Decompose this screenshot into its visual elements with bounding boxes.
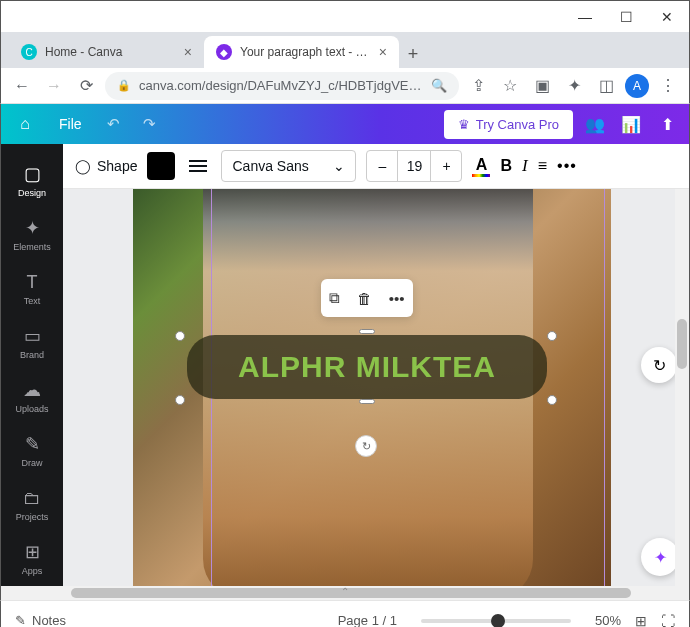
rail-elements[interactable]: ✦Elements bbox=[1, 208, 63, 262]
uploads-icon: ☁ bbox=[23, 380, 41, 400]
font-name: Canva Sans bbox=[232, 158, 308, 174]
border-style-button[interactable] bbox=[185, 153, 211, 179]
resize-handle[interactable] bbox=[547, 395, 557, 405]
text-element-selected[interactable]: ALPHR MILKTEA bbox=[187, 335, 547, 399]
rail-uploads[interactable]: ☁Uploads bbox=[1, 370, 63, 424]
notes-button[interactable]: ✎ Notes bbox=[15, 613, 66, 627]
publish-icon[interactable]: ⬆ bbox=[653, 115, 681, 134]
zoom-thumb[interactable] bbox=[491, 614, 505, 628]
page-indicator[interactable]: Page 1 / 1 bbox=[338, 613, 397, 627]
more-formatting-button[interactable]: ••• bbox=[557, 157, 577, 175]
close-window-button[interactable]: ✕ bbox=[661, 9, 673, 25]
more-icon[interactable]: ••• bbox=[389, 290, 405, 307]
align-button[interactable]: ≡ bbox=[538, 157, 547, 175]
zoom-value[interactable]: 50% bbox=[595, 613, 621, 627]
left-rail: ▢Design ✦Elements TText ▭Brand ☁Uploads … bbox=[1, 144, 63, 586]
close-tab-icon[interactable]: × bbox=[379, 44, 387, 60]
rail-projects[interactable]: 🗀Projects bbox=[1, 478, 63, 532]
rail-label: Text bbox=[24, 296, 41, 306]
shape-label: Shape bbox=[97, 158, 137, 174]
menu-icon[interactable]: ⋮ bbox=[655, 73, 681, 99]
reload-button[interactable]: ⟳ bbox=[73, 73, 99, 99]
size-increase-button[interactable]: + bbox=[431, 151, 461, 181]
magic-button[interactable]: ✦ bbox=[641, 538, 679, 576]
rail-label: Uploads bbox=[15, 404, 48, 414]
new-tab-button[interactable]: + bbox=[399, 40, 427, 68]
resize-handle[interactable] bbox=[359, 329, 375, 334]
profile-avatar[interactable]: A bbox=[625, 74, 649, 98]
bookmark-icon[interactable]: ☆ bbox=[497, 73, 523, 99]
install-icon[interactable]: ▣ bbox=[529, 73, 555, 99]
redo-button[interactable]: ↷ bbox=[136, 115, 164, 133]
canva-favicon-icon: ◆ bbox=[216, 44, 232, 60]
resize-handle[interactable] bbox=[547, 331, 557, 341]
back-button[interactable]: ← bbox=[9, 73, 35, 99]
rotate-handle[interactable]: ↻ bbox=[355, 435, 377, 457]
vertical-scrollbar[interactable] bbox=[675, 189, 689, 586]
horizontal-scrollbar[interactable]: ⌃ bbox=[0, 586, 690, 600]
forward-button[interactable]: → bbox=[41, 73, 67, 99]
rail-label: Projects bbox=[16, 512, 49, 522]
resize-handle[interactable] bbox=[175, 331, 185, 341]
footer-bar: ✎ Notes Page 1 / 1 50% ⊞ ⛶ bbox=[0, 600, 690, 627]
lock-icon: 🔒 bbox=[117, 79, 131, 92]
element-context-toolbar: ⧉ 🗑 ••• bbox=[321, 279, 413, 317]
rail-apps[interactable]: ⊞Apps bbox=[1, 532, 63, 586]
regenerate-button[interactable]: ↻ bbox=[641, 347, 677, 383]
fullscreen-icon[interactable]: ⛶ bbox=[661, 613, 675, 628]
collaborate-icon[interactable]: 👥 bbox=[581, 115, 609, 134]
rail-design[interactable]: ▢Design bbox=[1, 154, 63, 208]
home-icon[interactable]: ⌂ bbox=[9, 108, 41, 140]
zoom-slider[interactable] bbox=[421, 619, 571, 623]
shape-button[interactable]: ◯ Shape bbox=[75, 158, 137, 174]
duplicate-icon[interactable]: ⧉ bbox=[329, 289, 340, 307]
rail-label: Brand bbox=[20, 350, 44, 360]
text-content[interactable]: ALPHR MILKTEA bbox=[238, 350, 496, 384]
share-icon[interactable]: ⇪ bbox=[465, 73, 491, 99]
tab-title: Your paragraph text - Your S bbox=[240, 45, 371, 59]
crown-icon: ♛ bbox=[458, 117, 470, 132]
grid-view-icon[interactable]: ⊞ bbox=[635, 613, 647, 628]
fill-color-swatch[interactable] bbox=[147, 152, 175, 180]
tab-home[interactable]: C Home - Canva × bbox=[9, 36, 204, 68]
close-tab-icon[interactable]: × bbox=[184, 44, 192, 60]
color-bar-icon bbox=[472, 174, 490, 177]
bold-button[interactable]: B bbox=[500, 157, 512, 175]
undo-button[interactable]: ↶ bbox=[100, 115, 128, 133]
rail-label: Elements bbox=[13, 242, 51, 252]
rail-label: Design bbox=[18, 188, 46, 198]
search-icon[interactable]: 🔍 bbox=[431, 78, 447, 93]
canvas-area[interactable]: ⧉ 🗑 ••• ALPHR MILKTEA ↻ ↻ ✦ bbox=[63, 189, 689, 586]
font-size-input[interactable]: 19 bbox=[397, 151, 431, 181]
brand-icon: ▭ bbox=[24, 326, 41, 346]
try-pro-button[interactable]: ♛ Try Canva Pro bbox=[444, 110, 573, 139]
extensions-icon[interactable]: ✦ bbox=[561, 73, 587, 99]
design-icon: ▢ bbox=[24, 164, 41, 184]
file-menu[interactable]: File bbox=[49, 116, 92, 132]
page-strip-handle[interactable]: ⌃ bbox=[341, 586, 349, 597]
size-decrease-button[interactable]: – bbox=[367, 151, 397, 181]
browser-urlbar: ← → ⟳ 🔒 canva.com/design/DAFuMvZYJ_c/HDB… bbox=[0, 68, 690, 104]
rail-brand[interactable]: ▭Brand bbox=[1, 316, 63, 370]
rail-draw[interactable]: ✎Draw bbox=[1, 424, 63, 478]
scroll-thumb[interactable] bbox=[71, 588, 631, 598]
minimize-button[interactable]: — bbox=[578, 9, 592, 25]
address-field[interactable]: 🔒 canva.com/design/DAFuMvZYJ_c/HDBTjdgVE… bbox=[105, 72, 459, 100]
text-color-button[interactable]: A bbox=[472, 156, 490, 177]
draw-icon: ✎ bbox=[25, 434, 40, 454]
design-page[interactable]: ⧉ 🗑 ••• ALPHR MILKTEA ↻ bbox=[133, 189, 611, 586]
analytics-icon[interactable]: 📊 bbox=[617, 115, 645, 134]
rail-text[interactable]: TText bbox=[1, 262, 63, 316]
tab-design[interactable]: ◆ Your paragraph text - Your S × bbox=[204, 36, 399, 68]
text-color-letter: A bbox=[476, 156, 488, 174]
try-pro-label: Try Canva Pro bbox=[476, 117, 559, 132]
delete-icon[interactable]: 🗑 bbox=[357, 290, 372, 307]
canva-favicon-icon: C bbox=[21, 44, 37, 60]
resize-handle[interactable] bbox=[359, 399, 375, 404]
font-selector[interactable]: Canva Sans ⌄ bbox=[221, 150, 356, 182]
resize-handle[interactable] bbox=[175, 395, 185, 405]
scroll-thumb[interactable] bbox=[677, 319, 687, 369]
sidepanel-icon[interactable]: ◫ bbox=[593, 73, 619, 99]
italic-button[interactable]: I bbox=[522, 156, 528, 176]
maximize-button[interactable]: ☐ bbox=[620, 9, 633, 25]
